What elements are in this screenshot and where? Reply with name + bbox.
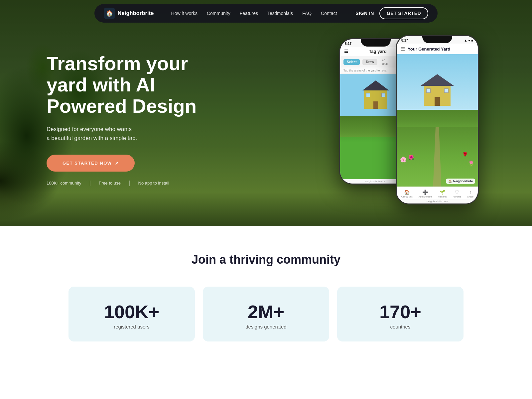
menu-icon-back: ☰ — [344, 49, 348, 54]
phone-image-front: 🌸 🌺 🌷 🌹 🏠 Neighborbrite — [397, 54, 478, 187]
stat-number-countries: 170+ — [348, 303, 453, 321]
stat-card-countries: 170+ countries — [337, 287, 464, 341]
neighborbrite-badge-icon: 🏠 — [448, 180, 452, 183]
status-time-front: 8:17 — [401, 39, 408, 42]
bottom-icon-alsobythis[interactable]: 🏠 AlsoBy this — [401, 190, 413, 198]
stat-number-designs: 2M+ — [213, 303, 319, 321]
stat-card-designs: 2M+ designs generated — [203, 287, 329, 341]
phone-title-front: Your Generated Yard — [408, 47, 450, 52]
hero-badges: 100K+ community | Free to use | No app t… — [47, 180, 219, 187]
nav-link-features[interactable]: Features — [240, 11, 258, 16]
logo-icon: 🏠 — [104, 8, 115, 19]
badge-sep-2: | — [129, 180, 130, 187]
tool-draw-btn[interactable]: Draw — [362, 59, 377, 65]
hero-content: Transform your yard with AI Powered Desi… — [0, 0, 532, 226]
stat-number-users: 100K+ — [79, 303, 184, 321]
nav-link-how-it-works[interactable]: How it works — [171, 11, 198, 16]
stat-label-designs: designs generated — [213, 324, 319, 330]
nav-actions: SIGN IN GET STARTED — [355, 7, 428, 19]
stats-grid: 100K+ registered users 2M+ designs gener… — [0, 287, 532, 341]
undo-icon[interactable]: ↩ Undo — [380, 58, 393, 66]
stats-section: Join a thriving community 100K+ register… — [0, 226, 532, 361]
hero-cta-label: GET STARTED NOW — [63, 161, 112, 166]
logo[interactable]: 🏠 Neighborbrite — [104, 8, 154, 19]
phone-title-back: Tag yard — [369, 49, 386, 54]
hero-headline: Transform your yard with AI Powered Desi… — [47, 53, 219, 116]
stat-card-users: 100K+ registered users — [68, 287, 195, 341]
phone-mockups: 8:17 ▲ ● ■ ☰ Tag yard Select Draw ↩ Undo… — [339, 35, 479, 204]
logo-text: Neighborbrite — [118, 10, 154, 16]
menu-icon-front: ☰ — [401, 46, 405, 52]
hero-text-block: Transform your yard with AI Powered Desi… — [47, 53, 219, 187]
status-time-back: 8:17 — [345, 42, 351, 46]
hero-section: Transform your yard with AI Powered Desi… — [0, 0, 532, 226]
nav-cta-button[interactable]: GET STARTED — [379, 7, 428, 19]
badge-sep-1: | — [89, 180, 91, 187]
phone-bottom-bar: 🏠 AlsoBy this ➕ Add Element 🌱 Plan this — [397, 187, 478, 199]
neighborbrite-badge-text: Neighborbrite — [453, 180, 473, 183]
nav-link-community[interactable]: Community — [207, 11, 230, 16]
hero-badge-free: Free to use — [99, 181, 121, 186]
hero-badge-community: 100K+ community — [47, 181, 81, 186]
bottom-icon-favorite[interactable]: ♡ Favorite — [453, 190, 461, 198]
hero-cta-button[interactable]: GET STARTED NOW ↗ — [47, 155, 135, 172]
nav-link-faq[interactable]: FAQ — [302, 11, 312, 16]
phone-notch-front — [422, 36, 452, 43]
stats-title: Join a thriving community — [0, 253, 532, 267]
phone-url-front: neighborbrite.com — [397, 199, 478, 203]
signin-button[interactable]: SIGN IN — [355, 11, 374, 16]
phone-front: 8:17 ▲ ● ■ ☰ Your Generated Yard — [396, 35, 479, 204]
nav-link-contact[interactable]: Contact — [321, 11, 337, 16]
bottom-icon-share[interactable]: ↑ Share — [467, 190, 473, 198]
hero-cta-icon: ↗ — [115, 161, 119, 166]
bottom-icon-planthis[interactable]: 🌱 Plan this — [438, 190, 447, 198]
tool-select-btn[interactable]: Select — [343, 59, 360, 65]
stat-label-countries: countries — [348, 324, 453, 330]
phone-screen-front: 8:17 ▲ ● ■ ☰ Your Generated Yard — [397, 36, 478, 203]
phone-notch-back — [361, 39, 391, 47]
nav-links: How it works Community Features Testimon… — [171, 11, 337, 16]
status-icons-front: ▲ ● ■ — [464, 39, 473, 42]
stat-label-users: registered users — [79, 324, 184, 330]
bottom-icon-addelement[interactable]: ➕ Add Element — [419, 190, 432, 198]
nav-link-testimonials[interactable]: Testimonials — [267, 11, 293, 16]
hero-subheadline: Designed for everyone who wantsa beautif… — [47, 125, 219, 143]
phone-header-front: ☰ Your Generated Yard — [397, 44, 478, 54]
hero-badge-noapp: No app to install — [138, 181, 169, 186]
